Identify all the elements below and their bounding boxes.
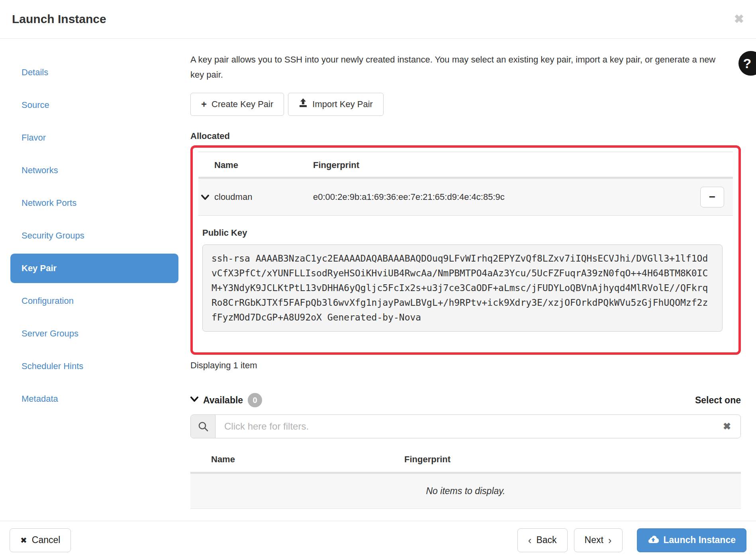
chevron-down-icon[interactable] — [198, 194, 214, 200]
nav-item-flavor[interactable]: Flavor — [0, 121, 190, 154]
available-header: Available 0 Select one — [190, 393, 741, 407]
next-button[interactable]: Next › — [574, 528, 623, 552]
filter-input[interactable] — [215, 415, 713, 438]
available-col-name: Name — [211, 454, 404, 465]
clear-filter-icon[interactable]: ✖ — [713, 415, 740, 438]
available-table-header: Name Fingerprint — [190, 454, 741, 472]
public-key-label: Public Key — [202, 228, 729, 238]
allocated-col-fingerprint: Fingerprint — [313, 160, 733, 170]
import-key-pair-button[interactable]: Import Key Pair — [288, 93, 384, 116]
key-pair-fingerprint: e0:00:2e:9b:a1:69:36:ee:7e:21:65:d9:4e:4… — [313, 192, 700, 202]
chevron-right-icon: › — [608, 535, 612, 545]
plus-icon: + — [201, 100, 207, 109]
next-label: Next — [585, 535, 603, 545]
public-key-value: ssh-rsa AAAAB3NzaC1yc2EAAAADAQABAAABAQDO… — [202, 244, 723, 332]
nav-item-configuration[interactable]: Configuration — [0, 285, 190, 317]
nav-item-networks[interactable]: Networks — [0, 154, 190, 187]
create-key-pair-button[interactable]: + Create Key Pair — [190, 93, 284, 116]
key-pair-detail: Public Key ssh-rsa AAAAB3NzaC1yc2EAAAADA… — [198, 216, 733, 332]
cloud-upload-icon — [648, 535, 659, 545]
available-col-fingerprint: Fingerprint — [404, 454, 741, 465]
create-key-pair-label: Create Key Pair — [212, 99, 273, 109]
modal-header: Launch Instance ✖ — [0, 0, 756, 39]
upload-icon — [299, 98, 307, 110]
import-key-pair-label: Import Key Pair — [312, 99, 373, 109]
page-title: Launch Instance — [12, 12, 106, 26]
annotation-highlight-box: Name Fingerprint cloudman e0:00:2e:9b:a1… — [190, 145, 741, 355]
cancel-button[interactable]: ✖ Cancel — [10, 528, 71, 552]
allocated-col-name: Name — [214, 160, 313, 170]
available-toggle[interactable]: Available 0 — [190, 393, 262, 407]
allocated-count: Displaying 1 item — [190, 360, 741, 371]
empty-table-message: No items to display. — [190, 472, 741, 509]
key-pair-actions: + Create Key Pair Import Key Pair — [190, 93, 741, 116]
launch-instance-modal: Launch Instance ✖ ? Details Source Flavo… — [0, 0, 756, 559]
available-count-badge: 0 — [248, 393, 262, 407]
nav-item-source[interactable]: Source — [0, 89, 190, 121]
launch-instance-label: Launch Instance — [664, 535, 736, 545]
question-mark-icon: ? — [743, 56, 752, 71]
cancel-label: Cancel — [32, 535, 61, 545]
footer-nav-buttons: ‹ Back Next › Launch Instance — [517, 528, 746, 552]
available-table: Name Fingerprint No items to display. — [190, 454, 741, 509]
nav-item-security-groups[interactable]: Security Groups — [0, 219, 190, 252]
nav-item-key-pair[interactable]: Key Pair — [10, 254, 178, 283]
key-pair-name: cloudman — [214, 192, 313, 202]
back-button[interactable]: ‹ Back — [517, 528, 568, 552]
nav-item-metadata[interactable]: Metadata — [0, 383, 190, 415]
filter-bar: ✖ — [190, 414, 741, 438]
launch-instance-button[interactable]: Launch Instance — [637, 528, 746, 552]
minus-icon: − — [709, 191, 715, 203]
allocated-key-pair-row: cloudman e0:00:2e:9b:a1:69:36:ee:7e:21:6… — [198, 179, 733, 216]
nav-item-server-groups[interactable]: Server Groups — [0, 317, 190, 350]
nav-item-scheduler-hints[interactable]: Scheduler Hints — [0, 350, 190, 383]
allocated-table-header: Name Fingerprint — [198, 152, 733, 177]
remove-key-pair-button[interactable]: − — [700, 187, 724, 207]
modal-footer: ✖ Cancel ‹ Back Next › Launch Instance — [0, 521, 756, 559]
chevron-left-icon: ‹ — [528, 535, 532, 545]
modal-body: Details Source Flavor Networks Network P… — [0, 39, 756, 521]
available-label: Available — [203, 395, 243, 406]
step-description: A key pair allows you to SSH into your n… — [190, 52, 724, 82]
nav-item-network-ports[interactable]: Network Ports — [0, 187, 190, 219]
wizard-nav: Details Source Flavor Networks Network P… — [0, 39, 190, 521]
x-icon: ✖ — [20, 536, 27, 545]
x-glyph: ✖ — [723, 421, 731, 432]
key-pair-step: A key pair allows you to SSH into your n… — [190, 39, 756, 521]
select-one-hint: Select one — [695, 395, 741, 406]
allocated-label: Allocated — [190, 131, 741, 141]
back-label: Back — [536, 535, 556, 545]
nav-item-details[interactable]: Details — [0, 56, 190, 89]
chevron-down-icon — [190, 397, 198, 404]
close-icon[interactable]: ✖ — [734, 13, 744, 25]
search-icon — [191, 415, 215, 438]
